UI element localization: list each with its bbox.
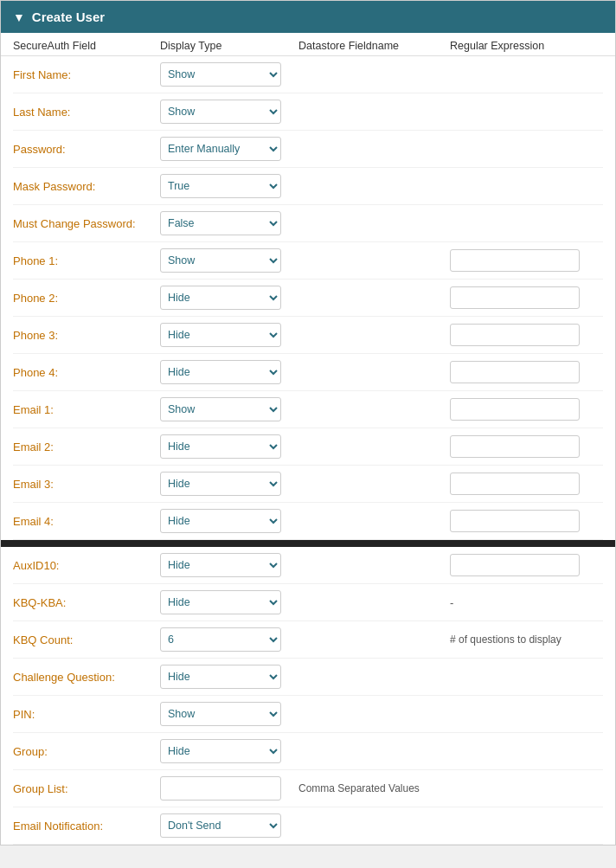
- row-first-name: First Name: ShowHideEnter Manually: [13, 56, 603, 93]
- group-list-helper: Comma Separated Values: [298, 782, 450, 794]
- select-kbq-kba[interactable]: ShowHide: [160, 590, 281, 614]
- select-challenge-question[interactable]: ShowHide: [160, 665, 281, 689]
- label-mask-password: Mask Password:: [13, 180, 160, 193]
- kbq-count-helper: # of questions to display: [450, 633, 603, 646]
- select-phone1[interactable]: ShowHide: [160, 248, 281, 273]
- label-challenge-question: Challenge Question:: [13, 671, 160, 684]
- row-kbq-kba: KBQ-KBA: ShowHide -: [13, 584, 603, 621]
- label-phone1: Phone 1:: [13, 254, 160, 267]
- row-email3: Email 3: ShowHide: [13, 466, 603, 503]
- row-phone3: Phone 3: ShowHide: [13, 317, 603, 354]
- row-phone4: Phone 4: ShowHide: [13, 354, 603, 391]
- regex-phone3[interactable]: [450, 324, 580, 346]
- create-user-header: ▼ Create User: [1, 1, 615, 33]
- header-title: Create User: [32, 10, 105, 24]
- row-must-change-password: Must Change Password: TrueFalse: [13, 205, 603, 242]
- select-first-name[interactable]: ShowHideEnter Manually: [160, 62, 281, 87]
- row-password: Password: ShowHideEnter Manually: [13, 131, 603, 168]
- label-must-change-password: Must Change Password:: [13, 217, 160, 230]
- form-section-1: First Name: ShowHideEnter Manually Last …: [1, 56, 615, 540]
- select-email4[interactable]: ShowHide: [160, 509, 281, 533]
- label-email-notification: Email Notification:: [13, 820, 160, 833]
- regex-phone2[interactable]: [450, 286, 580, 309]
- select-phone2[interactable]: ShowHide: [160, 286, 281, 310]
- select-group[interactable]: ShowHide: [160, 739, 281, 763]
- regex-phone4[interactable]: [450, 361, 580, 383]
- select-pin[interactable]: ShowHide: [160, 702, 281, 726]
- select-email3[interactable]: ShowHide: [160, 472, 281, 496]
- col-datastore-fieldname: Datastore Fieldname: [298, 40, 450, 52]
- row-email4: Email 4: ShowHide: [13, 503, 603, 540]
- label-email1: Email 1:: [13, 403, 160, 416]
- label-group-list: Group List:: [13, 782, 160, 795]
- select-must-change-password[interactable]: TrueFalse: [160, 211, 281, 235]
- label-auxid10: AuxID10:: [13, 559, 160, 572]
- select-email-notification[interactable]: Don't SendSend: [160, 813, 281, 838]
- page-wrapper: ▼ Create User SecureAuth Field Display T…: [0, 0, 616, 845]
- select-email1[interactable]: ShowHide: [160, 397, 281, 421]
- kbq-kba-dash: -: [450, 596, 603, 609]
- regex-email2[interactable]: [450, 435, 580, 458]
- regex-auxid10[interactable]: [450, 554, 580, 576]
- select-auxid10[interactable]: ShowHide: [160, 553, 281, 577]
- row-pin: PIN: ShowHide: [13, 696, 603, 733]
- row-group-list: Group List: Comma Separated Values: [13, 770, 603, 807]
- row-email-notification: Email Notification: Don't SendSend: [13, 807, 603, 845]
- row-challenge-question: Challenge Question: ShowHide: [13, 659, 603, 696]
- label-phone2: Phone 2:: [13, 292, 160, 305]
- label-email3: Email 3:: [13, 478, 160, 491]
- row-kbq-count: KBQ Count: 12345678910 # of questions to…: [13, 621, 603, 659]
- select-last-name[interactable]: ShowHideEnter Manually: [160, 100, 281, 124]
- section-divider: [1, 540, 615, 547]
- form-section-2: AuxID10: ShowHide KBQ-KBA: ShowHide - KB…: [1, 547, 615, 845]
- row-mask-password: Mask Password: TrueFalse: [13, 168, 603, 205]
- col-secureauth-field: SecureAuth Field: [13, 40, 160, 52]
- select-password[interactable]: ShowHideEnter Manually: [160, 137, 281, 161]
- row-phone2: Phone 2: ShowHide: [13, 280, 603, 317]
- label-phone4: Phone 4:: [13, 366, 160, 379]
- label-password: Password:: [13, 143, 160, 156]
- row-last-name: Last Name: ShowHideEnter Manually: [13, 93, 603, 131]
- select-phone3[interactable]: ShowHide: [160, 323, 281, 347]
- label-group: Group:: [13, 745, 160, 758]
- row-email1: Email 1: ShowHide: [13, 391, 603, 428]
- col-display-type: Display Type: [160, 40, 298, 52]
- label-email4: Email 4:: [13, 515, 160, 528]
- row-phone1: Phone 1: ShowHide: [13, 242, 603, 280]
- label-phone3: Phone 3:: [13, 329, 160, 342]
- row-group: Group: ShowHide: [13, 733, 603, 770]
- regex-email1[interactable]: [450, 398, 580, 421]
- group-list-input[interactable]: [160, 776, 281, 800]
- header-arrow-icon: ▼: [13, 10, 25, 24]
- select-email2[interactable]: ShowHide: [160, 434, 281, 459]
- regex-email4[interactable]: [450, 510, 580, 532]
- regex-email3[interactable]: [450, 473, 580, 495]
- label-kbq-kba: KBQ-KBA:: [13, 596, 160, 609]
- label-email2: Email 2:: [13, 440, 160, 453]
- label-last-name: Last Name:: [13, 106, 160, 119]
- row-email2: Email 2: ShowHide: [13, 428, 603, 466]
- row-auxid10: AuxID10: ShowHide: [13, 547, 603, 584]
- column-headers: SecureAuth Field Display Type Datastore …: [1, 33, 615, 56]
- label-first-name: First Name:: [13, 68, 160, 81]
- select-kbq-count[interactable]: 12345678910: [160, 627, 281, 652]
- col-regular-expression: Regular Expression: [450, 40, 603, 52]
- label-kbq-count: KBQ Count:: [13, 633, 160, 646]
- select-mask-password[interactable]: TrueFalse: [160, 174, 281, 198]
- label-pin: PIN:: [13, 708, 160, 721]
- select-phone4[interactable]: ShowHide: [160, 360, 281, 384]
- regex-phone1[interactable]: [450, 249, 580, 272]
